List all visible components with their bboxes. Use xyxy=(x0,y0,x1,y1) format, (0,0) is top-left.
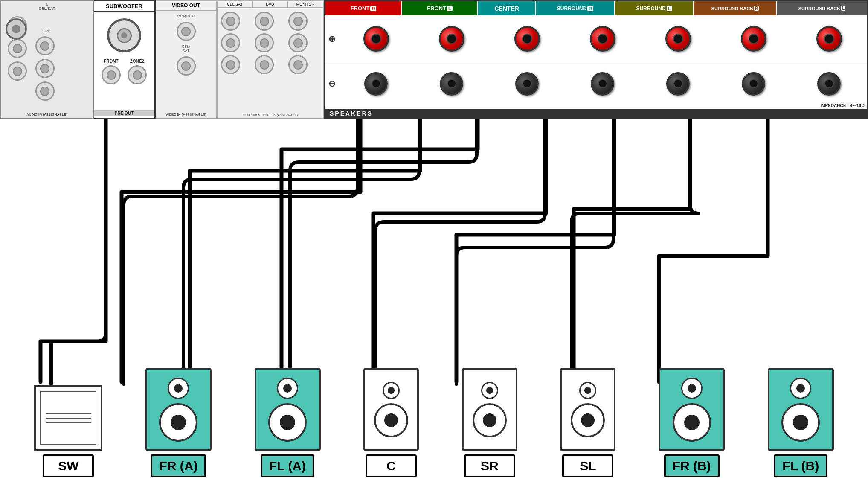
flb-tweeter xyxy=(790,378,811,399)
subwoofer-title: SUBWOOFER xyxy=(94,1,154,12)
sl-woofer xyxy=(571,403,605,437)
input-conn-1 xyxy=(221,12,240,31)
positive-terminals-row: ⊕ xyxy=(325,15,867,62)
surround-r-neg-terminal[interactable] xyxy=(591,72,614,96)
front-r-label: FRONT R xyxy=(325,1,402,15)
connector-5 xyxy=(35,59,55,78)
speakers-label: SPEAKERS xyxy=(330,110,373,117)
surround-back-r-label: SURROUND BACK R xyxy=(694,1,777,15)
surround-back-r-neg-terminal[interactable] xyxy=(742,72,765,96)
surround-back-l-label: SURROUND BACK L xyxy=(777,1,867,15)
connector-6 xyxy=(35,81,55,101)
input-panels-area: CBL/SAT DVD MONITOR COMPONENT VIDEO IN (… xyxy=(218,0,324,119)
sr-enclosure xyxy=(462,368,517,451)
sl-badge: SL xyxy=(562,454,613,477)
fla-woofer xyxy=(268,403,307,442)
frb-enclosure xyxy=(659,368,725,451)
impedance-label: IMPEDANCE : 4～16Ω xyxy=(819,111,862,116)
speakers-section: SW FR (A) FL xyxy=(0,368,868,477)
video-cbl-connector xyxy=(177,56,196,76)
impedance-value: IMPEDANCE : 4～16Ω xyxy=(820,103,865,109)
speaker-terminals-section: FRONT R FRONT L CENTER SURROUND R SURROU… xyxy=(324,0,868,119)
fra-badge: FR (A) xyxy=(151,454,206,477)
audio-input-panel: 1 CBL/SAT DVD AUDIO IN (ASSIGNABLE) xyxy=(0,0,94,119)
frb-woofer xyxy=(673,403,711,442)
bottom-labels-bar: SPEAKERS IMPEDANCE : 4～16Ω xyxy=(325,109,867,118)
connector-4 xyxy=(35,36,55,55)
surround-r-pos-terminal[interactable] xyxy=(590,26,615,52)
minus-symbol: ⊖ xyxy=(325,79,338,89)
front-r-pos-terminal[interactable] xyxy=(363,26,389,52)
surround-l-pos-terminal[interactable] xyxy=(665,26,691,52)
sr-woofer xyxy=(473,403,507,437)
fla-speaker-box: FL (A) xyxy=(255,368,321,477)
surround-back-l-neg-terminal[interactable] xyxy=(817,72,841,96)
sr-badge: SR xyxy=(464,454,515,477)
center-pos-terminal[interactable] xyxy=(514,26,540,52)
surround-r-label: SURROUND R xyxy=(536,1,615,15)
input-conn-7 xyxy=(221,55,240,74)
front-l-neg-terminal[interactable] xyxy=(440,72,463,96)
sub-zone2-connector xyxy=(128,65,147,84)
surround-l-label: SURROUND L xyxy=(615,1,694,15)
fla-tweeter xyxy=(277,378,298,399)
front-l-pos-terminal[interactable] xyxy=(439,26,464,52)
surround-back-l-pos-terminal[interactable] xyxy=(816,26,842,52)
subwoofer-connector xyxy=(107,18,141,52)
subwoofer-speaker-box: SW xyxy=(34,385,102,477)
subwoofer-enclosure xyxy=(34,385,102,451)
fra-enclosure xyxy=(145,368,212,451)
cable-connector-area xyxy=(6,18,31,44)
input-conn-6 xyxy=(288,33,308,52)
sl-speaker-box: SL xyxy=(560,368,615,477)
negative-terminals-row: ⊖ xyxy=(325,62,867,105)
frb-speaker-box: FR (B) xyxy=(659,368,725,477)
flb-enclosure xyxy=(768,368,834,451)
surround-l-neg-terminal[interactable] xyxy=(666,72,690,96)
c-tweeter xyxy=(383,382,400,399)
input-conn-3 xyxy=(288,12,308,31)
frb-badge: FR (B) xyxy=(664,454,720,477)
video-out-title: VIDEO OUT xyxy=(156,1,216,11)
flb-woofer xyxy=(781,403,820,442)
cbl-sat-label: 1 CBL/SAT xyxy=(1,1,93,12)
frb-tweeter xyxy=(681,378,703,399)
sub-front-connector xyxy=(102,65,121,84)
fra-woofer xyxy=(159,403,197,442)
center-label: CENTER xyxy=(478,1,536,15)
c-badge: C xyxy=(366,454,417,477)
sl-tweeter xyxy=(579,382,596,399)
c-woofer xyxy=(374,403,408,437)
terminal-label-bar: FRONT R FRONT L CENTER SURROUND R SURROU… xyxy=(325,1,867,15)
sr-speaker-box: SR xyxy=(462,368,517,477)
audio-in-label: AUDIO IN (ASSIGNABLE) xyxy=(1,113,93,116)
c-enclosure xyxy=(363,368,419,451)
video-out-panel: VIDEO OUT MONITOR CBL/SAT VIDEO IN (ASSI… xyxy=(156,0,218,119)
input-conn-4 xyxy=(221,33,240,52)
front-l-label: FRONT L xyxy=(402,1,478,15)
connector-3 xyxy=(8,61,27,81)
surround-back-r-pos-terminal[interactable] xyxy=(741,26,766,52)
component-video-label: COMPONENT VIDEO IN (ASSIGNABLE) xyxy=(218,113,323,116)
main-content: { "title": "AV Receiver Speaker Wiring D… xyxy=(0,0,868,486)
cbl-sat-input-label: CBL/SAT xyxy=(218,1,253,7)
center-neg-terminal[interactable] xyxy=(515,72,539,96)
fla-enclosure xyxy=(255,368,321,451)
fra-speaker-box: FR (A) xyxy=(145,368,212,477)
video-monitor-connector xyxy=(177,22,196,41)
dvd-input-label: DVD xyxy=(253,1,287,7)
flb-speaker-box: FL (B) xyxy=(768,368,834,477)
input-conn-5 xyxy=(255,33,274,52)
sl-enclosure xyxy=(560,368,615,451)
flb-badge: FL (B) xyxy=(774,454,827,477)
subwoofer-panel: SUBWOOFER FRONT ZONE2 PRE OUT xyxy=(94,0,156,119)
fla-badge: FL (A) xyxy=(261,454,314,477)
sw-label: SW xyxy=(43,454,94,477)
c-speaker-box: C xyxy=(363,368,419,477)
input-conn-9 xyxy=(288,55,308,74)
input-conn-2 xyxy=(255,12,274,31)
front-r-neg-terminal[interactable] xyxy=(364,72,388,96)
video-in-label: VIDEO IN (ASSIGNABLE) xyxy=(156,113,216,116)
plus-symbol: ⊕ xyxy=(325,34,338,44)
monitor-input-label: MONITOR xyxy=(288,1,323,7)
